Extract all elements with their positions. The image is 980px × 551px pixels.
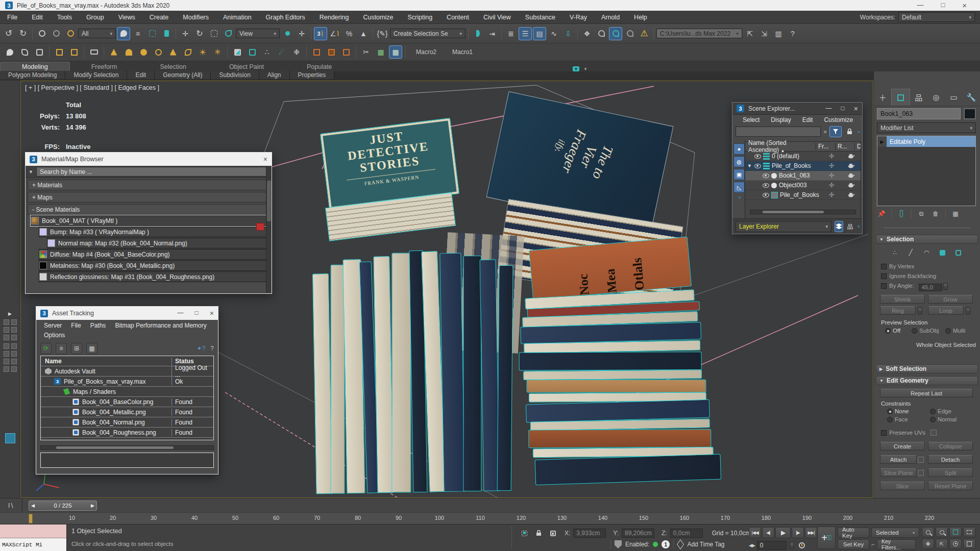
- renderable-toggle[interactable]: [841, 192, 861, 197]
- material-row[interactable]: Book_004_MAT ( VRayMtl ): [31, 215, 270, 226]
- light-primitive-icon[interactable]: [107, 45, 120, 59]
- right-book-pile[interactable]: Noc Mea Otlals: [522, 241, 751, 498]
- lock-icon[interactable]: [844, 127, 854, 137]
- minimize-icon[interactable]: —: [826, 105, 832, 113]
- menu-item[interactable]: Rendering: [312, 14, 356, 21]
- maxscript-open-icon[interactable]: [5, 433, 15, 443]
- constraint-normal-radio[interactable]: Normal: [930, 416, 957, 422]
- clear-search-icon[interactable]: ×: [823, 128, 827, 136]
- maximize-button[interactable]: □: [941, 1, 945, 10]
- absolute-offset-mode-icon[interactable]: [547, 528, 558, 539]
- modify-tab-icon[interactable]: [891, 89, 910, 106]
- scene-explorer-search-input[interactable]: [736, 127, 821, 137]
- time-configuration-icon[interactable]: [796, 540, 807, 551]
- selection-lock-icon[interactable]: [533, 528, 544, 539]
- workspaces-dropdown[interactable]: Default▾: [898, 12, 975, 22]
- asset-tracking-menu-item[interactable]: Options: [39, 331, 69, 340]
- left-book-pile[interactable]: [312, 233, 521, 494]
- angle-value-field[interactable]: 45,0: [919, 284, 942, 291]
- preview-subobj-radio[interactable]: SubObj: [912, 328, 939, 334]
- slice-button[interactable]: Slice: [880, 482, 925, 490]
- rect-selection-region-icon[interactable]: [145, 27, 159, 40]
- motion-tab-icon[interactable]: ◎: [927, 89, 945, 106]
- z-coordinate-field[interactable]: 0,0cm: [670, 529, 703, 538]
- remove-modifier-icon[interactable]: 🗑: [931, 209, 940, 218]
- asset-row[interactable]: Book_004_Roughness.png Found: [41, 428, 213, 438]
- materials-group-header[interactable]: + Materials: [28, 180, 270, 190]
- orbit-icon[interactable]: [949, 539, 962, 549]
- zoom-region-icon[interactable]: [963, 527, 975, 537]
- freeze-toggle[interactable]: ✣: [822, 182, 841, 189]
- object-color-swatch[interactable]: [964, 108, 976, 119]
- maps-group-header[interactable]: + Maps: [28, 192, 270, 203]
- material-editor-icon[interactable]: ❖: [580, 27, 594, 40]
- vray-table-icon[interactable]: ▦: [374, 45, 387, 59]
- filter-icon[interactable]: [829, 126, 842, 137]
- curve-editor-icon[interactable]: ∿: [547, 27, 560, 40]
- menu-item[interactable]: Edit: [24, 14, 50, 21]
- modifier-list-dropdown[interactable]: Modifier List▾: [877, 122, 976, 133]
- pin-stack-icon[interactable]: 📌: [877, 209, 886, 218]
- menu-item[interactable]: Content: [439, 14, 476, 21]
- select-placement-icon[interactable]: [222, 27, 235, 40]
- scene-notes-icon[interactable]: [67, 45, 81, 59]
- edit-named-selections-icon[interactable]: {✎}: [376, 27, 389, 40]
- ribbon-tab-freeform[interactable]: Freeform: [70, 62, 139, 71]
- percent-snap-icon[interactable]: %: [342, 27, 356, 40]
- collapse-button[interactable]: Collapse: [928, 442, 973, 450]
- redo-button[interactable]: ↻: [16, 27, 30, 40]
- align-icon[interactable]: ⇥: [485, 27, 499, 40]
- zoom-extents-icon[interactable]: [949, 527, 962, 537]
- renderable-toggle[interactable]: [841, 163, 861, 168]
- undock-toolbar-icon[interactable]: ▥: [772, 27, 785, 40]
- frame-spinner[interactable]: [790, 542, 794, 549]
- ribbon-config-icon[interactable]: ▾: [573, 66, 579, 71]
- constraint-face-radio[interactable]: Face: [887, 416, 908, 422]
- material-row[interactable]: Reflection glossiness: Map #31 (Book_004…: [39, 271, 270, 282]
- vertex-mode-icon[interactable]: ∴: [889, 247, 900, 258]
- ribbon-minimize-icon[interactable]: ▾: [584, 66, 587, 71]
- preview-off-radio[interactable]: Off: [885, 328, 900, 334]
- layer-explorer-dropdown[interactable]: Layer Explorer▾: [736, 221, 831, 232]
- menu-item[interactable]: File: [0, 14, 24, 21]
- cone-primitive-icon[interactable]: [122, 45, 135, 59]
- ring-spinner[interactable]: [917, 307, 922, 314]
- status-column-header[interactable]: Status: [172, 358, 213, 365]
- display-cameras-icon[interactable]: ▣: [733, 169, 745, 180]
- reference-coordinate-dropdown[interactable]: View▾: [236, 29, 280, 38]
- maximize-icon[interactable]: □: [195, 309, 199, 317]
- play-button[interactable]: ▶: [775, 527, 791, 538]
- loop-button[interactable]: Loop: [928, 306, 964, 315]
- select-manipulate-icon[interactable]: ✛: [295, 27, 308, 40]
- menu-item[interactable]: Scripting: [400, 14, 439, 21]
- vray-fe-icon[interactable]: [339, 45, 353, 59]
- preserve-uvs-settings-button[interactable]: [930, 430, 937, 436]
- loop-spinner[interactable]: [965, 307, 970, 314]
- go-to-end-button[interactable]: ▶▶|: [805, 527, 817, 538]
- render-production-icon[interactable]: [623, 27, 636, 40]
- name-column-header[interactable]: Name: [41, 358, 172, 365]
- snap-toggle-3d-button[interactable]: 3⌇: [314, 27, 327, 40]
- viewport-layout-tabs[interactable]: [4, 319, 17, 340]
- layers-view-icon[interactable]: [835, 221, 843, 232]
- window-crossing-icon[interactable]: [160, 27, 173, 40]
- ribbon-panel[interactable]: Edit: [127, 71, 155, 79]
- attach-button[interactable]: Attach: [880, 455, 917, 464]
- visibility-eye-icon[interactable]: [754, 164, 761, 168]
- menu-item[interactable]: Arnold: [594, 14, 627, 21]
- angle-spinner[interactable]: [943, 283, 948, 290]
- spinner-snap-icon[interactable]: ▲: [357, 27, 370, 40]
- menu-item[interactable]: Substance: [518, 14, 562, 21]
- asset-row[interactable]: Book_004_BaseColor.png Found: [41, 397, 213, 407]
- stack-item-editable-poly[interactable]: ▶ Editable Poly: [877, 136, 975, 147]
- current-frame-marker[interactable]: [29, 514, 33, 523]
- zoom-all-icon[interactable]: [936, 527, 948, 537]
- slice-plane-settings-button[interactable]: [918, 469, 924, 477]
- reset-plane-button[interactable]: Reset Plane: [928, 482, 973, 490]
- strip-overflow-icon[interactable]: »: [733, 194, 745, 200]
- scene-explorer-menu-item[interactable]: Select: [738, 116, 765, 123]
- select-object-button[interactable]: [117, 27, 130, 40]
- close-icon[interactable]: ×: [263, 155, 267, 163]
- stack-expand-icon[interactable]: ▶: [877, 136, 887, 147]
- toggle-layer-explorer-button[interactable]: ▤: [533, 27, 546, 40]
